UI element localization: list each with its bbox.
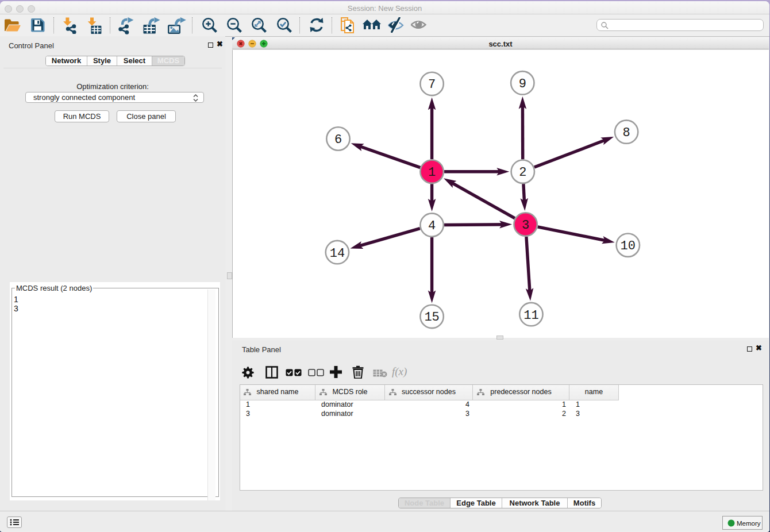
- svg-text:3: 3: [522, 218, 529, 233]
- svg-text:11: 11: [523, 309, 538, 323]
- svg-text:7: 7: [428, 78, 436, 92]
- svg-text:9: 9: [519, 77, 526, 91]
- svg-text:15: 15: [424, 310, 439, 325]
- svg-text:6: 6: [334, 133, 342, 147]
- svg-text:2: 2: [519, 165, 526, 180]
- svg-text:1: 1: [428, 165, 436, 180]
- svg-text:10: 10: [621, 239, 636, 253]
- svg-text:4: 4: [428, 219, 436, 233]
- svg-text:8: 8: [622, 126, 630, 140]
- svg-text:14: 14: [330, 246, 345, 261]
